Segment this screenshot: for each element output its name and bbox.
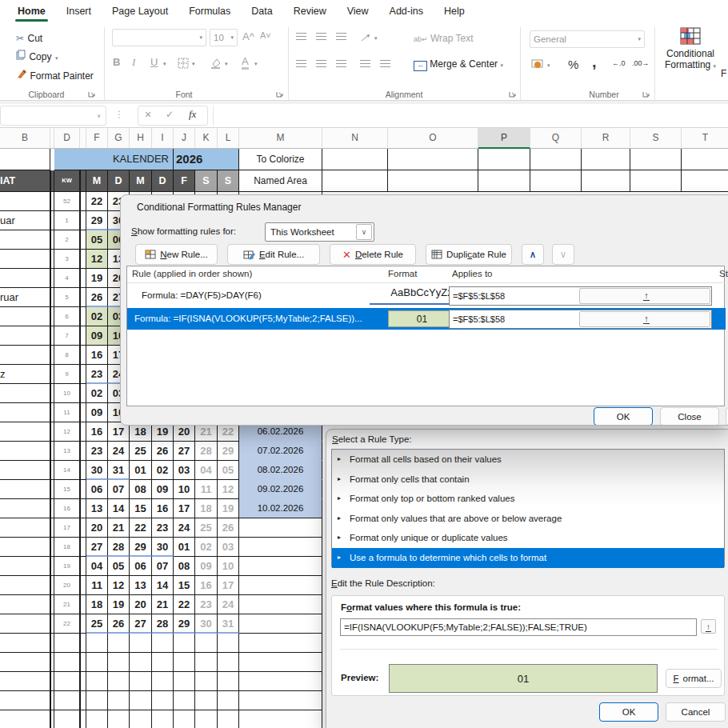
- m-empty-cell[interactable]: [239, 691, 322, 710]
- accounting-format-icon[interactable]: [531, 58, 544, 70]
- day-cell[interactable]: 29: [86, 211, 108, 230]
- day-cell[interactable]: 23: [86, 442, 108, 461]
- ok-button[interactable]: OK: [599, 702, 658, 722]
- empty-day-cell[interactable]: [152, 691, 174, 710]
- empty-day-cell[interactable]: [174, 672, 195, 691]
- tab-add-ins[interactable]: Add-ins: [379, 1, 434, 22]
- empty-kw-cell[interactable]: [54, 672, 80, 691]
- day-cell[interactable]: 25: [195, 518, 218, 538]
- m-empty-cell[interactable]: [239, 672, 322, 691]
- kw-number-cell[interactable]: 13: [54, 442, 80, 461]
- format-painter-button[interactable]: Format Painter: [16, 68, 94, 82]
- empty-cell-N2[interactable]: [322, 170, 388, 192]
- column-header-L[interactable]: L: [218, 128, 239, 149]
- empty-day-cell[interactable]: [152, 653, 174, 672]
- empty-month-cell[interactable]: [0, 710, 50, 728]
- empty-day-cell[interactable]: [130, 710, 152, 728]
- range-picker-icon[interactable]: ↑: [579, 288, 710, 304]
- day-cell[interactable]: 12: [86, 250, 108, 269]
- empty-day-cell[interactable]: [195, 672, 218, 691]
- day-cell[interactable]: 26: [86, 288, 108, 307]
- month-name-cell[interactable]: [0, 557, 50, 576]
- m-empty-cell[interactable]: [239, 614, 322, 634]
- day-cell[interactable]: 02: [152, 461, 174, 480]
- empty-cell-Q2[interactable]: [530, 170, 582, 192]
- day-cell[interactable]: 28: [152, 614, 174, 634]
- empty-day-cell[interactable]: [130, 653, 152, 672]
- day-cell[interactable]: 24: [218, 595, 239, 614]
- day-cell[interactable]: 01: [130, 461, 152, 480]
- kw-number-cell[interactable]: 7: [54, 326, 80, 346]
- empty-cell-S1[interactable]: [630, 149, 682, 170]
- day-cell[interactable]: 05: [218, 461, 239, 480]
- rule-1-applies-to-input[interactable]: =$F$5:$L$58 ↑: [449, 286, 712, 306]
- italic-button[interactable]: I: [132, 56, 135, 69]
- empty-day-cell[interactable]: [218, 634, 239, 653]
- tab-formulas[interactable]: Formulas: [178, 1, 241, 22]
- day-cell[interactable]: 11: [195, 480, 218, 499]
- empty-day-cell[interactable]: [174, 710, 195, 728]
- kw-number-cell[interactable]: 2: [54, 230, 80, 250]
- day-cell[interactable]: 24: [174, 518, 195, 538]
- close-button[interactable]: Close: [660, 407, 719, 426]
- rule-type-option-4[interactable]: ▸Format only values that are above or be…: [332, 509, 724, 529]
- day-cell[interactable]: 27: [130, 614, 152, 634]
- day-cell[interactable]: 19: [86, 269, 108, 288]
- increase-indent-icon[interactable]: [380, 60, 390, 68]
- formula-bar-menu-dots[interactable]: ⋮: [114, 109, 124, 120]
- underline-button[interactable]: U: [150, 56, 158, 68]
- month-name-cell[interactable]: ruar: [0, 288, 50, 307]
- m-empty-cell[interactable]: [239, 595, 322, 614]
- range-picker-icon[interactable]: ↑: [579, 311, 710, 327]
- month-name-cell[interactable]: [0, 538, 50, 557]
- day-cell[interactable]: 28: [108, 538, 130, 557]
- new-rule-button[interactable]: New Rule...: [135, 244, 218, 265]
- day-cell[interactable]: 16: [86, 346, 108, 365]
- day-cell[interactable]: 06: [130, 557, 152, 576]
- empty-day-cell[interactable]: [174, 691, 195, 710]
- percent-style-button[interactable]: %: [568, 58, 578, 71]
- month-name-cell[interactable]: [0, 442, 50, 461]
- rule-type-option-1[interactable]: ▸Format all cells based on their values: [332, 450, 724, 470]
- empty-cell-S2[interactable]: [630, 170, 682, 192]
- chevron-down-icon[interactable]: ▾: [225, 61, 228, 67]
- column-header-D[interactable]: D: [54, 128, 80, 149]
- m-empty-cell[interactable]: [239, 518, 322, 538]
- empty-cell-R1[interactable]: [582, 149, 630, 170]
- borders-button[interactable]: [178, 58, 189, 69]
- kalender-year-cell[interactable]: 2026: [174, 149, 239, 170]
- conditional-formatting-button[interactable]: Conditional Formatting ▾: [662, 27, 718, 70]
- kw-number-cell[interactable]: 1: [54, 211, 80, 230]
- font-dialog-launcher[interactable]: [276, 90, 284, 98]
- day-cell[interactable]: 07: [108, 480, 130, 499]
- alignment-dialog-launcher[interactable]: [509, 90, 517, 98]
- empty-day-cell[interactable]: [152, 710, 174, 728]
- month-name-cell[interactable]: [0, 403, 50, 422]
- column-header-O[interactable]: O: [388, 128, 478, 149]
- day-cell[interactable]: 31: [218, 614, 239, 634]
- decrease-decimal-button[interactable]: .00→: [632, 59, 650, 67]
- empty-day-cell[interactable]: [86, 653, 108, 672]
- edit-rule-button[interactable]: Edit Rule...: [227, 244, 320, 265]
- clipboard-dialog-launcher[interactable]: [88, 90, 96, 98]
- day-cell[interactable]: 25: [86, 614, 108, 634]
- empty-day-cell[interactable]: [130, 634, 152, 653]
- day-cell[interactable]: 12: [218, 480, 239, 499]
- m-empty-cell[interactable]: [239, 538, 322, 557]
- weekday-header-cell[interactable]: D: [152, 170, 174, 192]
- day-cell[interactable]: 13: [86, 499, 108, 518]
- kw-number-cell[interactable]: 8: [54, 346, 80, 365]
- empty-kw-cell[interactable]: [54, 653, 80, 672]
- kw-number-cell[interactable]: 11: [54, 403, 80, 422]
- weekday-header-cell[interactable]: F: [174, 170, 195, 192]
- empty-day-cell[interactable]: [174, 653, 195, 672]
- day-cell[interactable]: 21: [152, 595, 174, 614]
- cancel-icon[interactable]: ×: [145, 108, 151, 121]
- day-cell[interactable]: 23: [86, 365, 108, 384]
- day-cell[interactable]: 26: [152, 442, 174, 461]
- month-name-cell[interactable]: z: [0, 365, 50, 384]
- day-cell[interactable]: 09: [152, 480, 174, 499]
- rule-row-1[interactable]: Formula: =DAY(F5)>DAY(F6) AaBbCcYyZz =$F…: [127, 283, 726, 308]
- kalender-title-cell[interactable]: KALENDER: [54, 149, 174, 170]
- empty-day-cell[interactable]: [86, 634, 108, 653]
